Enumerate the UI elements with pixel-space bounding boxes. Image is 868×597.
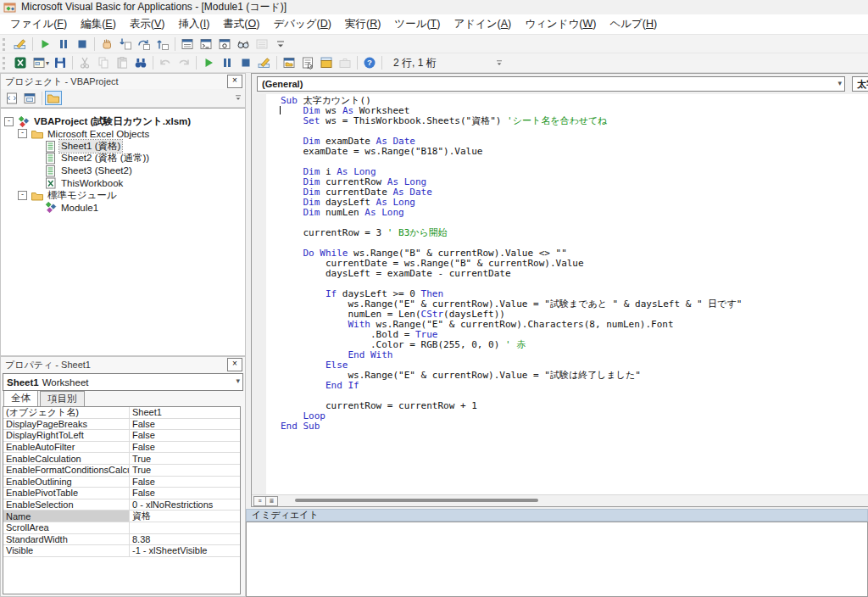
- full-module-view-button[interactable]: ≣: [265, 496, 278, 506]
- break-icon[interactable]: [54, 36, 73, 53]
- property-row[interactable]: EnableOutliningFalse: [3, 477, 240, 488]
- property-value[interactable]: 8.38: [130, 534, 240, 544]
- paste-icon[interactable]: [113, 54, 131, 71]
- toggle-breakpoint-icon[interactable]: [97, 36, 116, 53]
- property-name[interactable]: Name: [3, 511, 130, 522]
- property-row[interactable]: EnableFormatConditionsCalculationTrue: [3, 465, 240, 477]
- locals-window-icon[interactable]: [178, 36, 197, 53]
- toolbar-drag-handle[interactable]: [3, 57, 8, 70]
- copy-icon[interactable]: [94, 54, 113, 71]
- project-explorer-icon[interactable]: [280, 54, 298, 71]
- property-row[interactable]: EnablePivotTableFalse: [3, 488, 240, 499]
- menu-item-r[interactable]: 実行(R): [338, 14, 387, 34]
- property-row[interactable]: DisplayPageBreaksFalse: [3, 419, 240, 431]
- property-value[interactable]: 0 - xlNoRestrictions: [130, 499, 240, 510]
- property-value[interactable]: 資格: [130, 510, 240, 522]
- property-name[interactable]: EnableCalculation: [3, 453, 130, 464]
- object-dropdown[interactable]: (General) ▾: [257, 76, 845, 92]
- property-value[interactable]: False: [130, 430, 240, 440]
- excel-icon[interactable]: [11, 54, 30, 71]
- redo-icon[interactable]: [175, 54, 193, 71]
- property-name[interactable]: (オブジェクト名): [3, 407, 130, 418]
- toolbar-drag-handle[interactable]: [3, 38, 8, 51]
- step-over-icon[interactable]: [135, 36, 153, 53]
- menu-item-f[interactable]: ファイル(F): [3, 14, 74, 34]
- property-value[interactable]: Sheet1: [130, 407, 240, 417]
- property-row[interactable]: EnableCalculationTrue: [3, 453, 240, 465]
- property-value[interactable]: True: [130, 465, 240, 475]
- menu-item-v[interactable]: 表示(V): [123, 14, 172, 34]
- immediate-window-content[interactable]: [246, 522, 868, 597]
- overflow-icon[interactable]: [271, 36, 290, 53]
- tab-categorized[interactable]: 項目別: [40, 391, 85, 407]
- code-editor[interactable]: Sub 太字カウント() Dim ws As Worksheet Set ws …: [252, 94, 868, 495]
- view-code-icon[interactable]: [3, 91, 20, 105]
- menu-item-t[interactable]: ツール(T): [387, 14, 447, 34]
- help-icon[interactable]: ?: [360, 54, 379, 71]
- menu-item-w[interactable]: ウィンドウ(W): [518, 14, 603, 34]
- reset-icon[interactable]: [236, 54, 255, 71]
- property-name[interactable]: EnableAutoFilter: [3, 442, 130, 453]
- tree-item[interactable]: ThisWorkbook: [1, 177, 245, 190]
- immediate-window-icon[interactable]: [197, 36, 215, 53]
- break-icon[interactable]: [218, 54, 236, 71]
- quick-watch-icon[interactable]: [234, 36, 253, 53]
- property-row[interactable]: EnableAutoFilterFalse: [3, 442, 240, 454]
- menu-item-e[interactable]: 編集(E): [74, 14, 123, 34]
- view-object-icon[interactable]: [21, 91, 38, 105]
- reset-icon[interactable]: [73, 36, 92, 53]
- property-name[interactable]: ScrollArea: [3, 522, 130, 533]
- property-name[interactable]: EnableFormatConditionsCalculation: [3, 465, 130, 476]
- call-stack-icon[interactable]: [253, 36, 271, 53]
- procedure-view-button[interactable]: ≡: [253, 496, 266, 506]
- property-row[interactable]: DisplayRightToLeftFalse: [3, 430, 240, 442]
- property-value[interactable]: False: [130, 442, 240, 452]
- object-selector-dropdown[interactable]: Sheet1 Worksheet ▾: [3, 373, 243, 391]
- tree-item[interactable]: -標準モジュール: [1, 189, 245, 202]
- tree-item[interactable]: Sheet1 (資格): [1, 140, 245, 153]
- property-name[interactable]: EnableOutlining: [3, 477, 130, 488]
- tree-expander-icon[interactable]: -: [4, 117, 14, 126]
- step-out-icon[interactable]: [153, 36, 172, 53]
- design-mode-icon[interactable]: [255, 54, 274, 71]
- property-name[interactable]: DisplayRightToLeft: [3, 430, 130, 441]
- design-mode-icon[interactable]: [11, 36, 30, 53]
- undo-icon[interactable]: [156, 54, 175, 71]
- tab-alphabetic[interactable]: 全体: [3, 390, 38, 407]
- run-icon[interactable]: [36, 36, 54, 53]
- property-value[interactable]: False: [130, 419, 240, 429]
- tree-item[interactable]: -Microsoft Excel Objects: [1, 128, 245, 141]
- property-name[interactable]: EnablePivotTable: [3, 488, 130, 499]
- property-row[interactable]: Name資格: [3, 511, 240, 522]
- toggle-folders-icon[interactable]: [45, 91, 62, 105]
- toolbox-icon[interactable]: [336, 54, 354, 71]
- scrollbar-thumb[interactable]: [295, 499, 538, 502]
- close-icon[interactable]: ×: [227, 358, 242, 371]
- property-name[interactable]: EnableSelection: [3, 499, 130, 511]
- toolbar-overflow-icon[interactable]: [494, 56, 504, 70]
- tree-item[interactable]: -VBAProject (試験日カウント.xlsm): [1, 115, 245, 128]
- menu-item-i[interactable]: 挿入(I): [172, 14, 217, 34]
- properties-window-icon[interactable]: [298, 54, 317, 71]
- property-row[interactable]: (オブジェクト名)Sheet1: [3, 407, 240, 419]
- object-browser-icon[interactable]: [317, 54, 336, 71]
- close-icon[interactable]: ×: [227, 75, 242, 88]
- menu-item-h[interactable]: ヘルプ(H): [603, 14, 664, 34]
- watch-window-icon[interactable]: [215, 36, 234, 53]
- tree-expander-icon[interactable]: -: [18, 129, 27, 138]
- menu-item-a[interactable]: アドイン(A): [447, 14, 518, 34]
- horizontal-scrollbar[interactable]: ≡ ≣: [252, 494, 868, 506]
- chevron-down-icon[interactable]: ▾: [46, 59, 49, 67]
- tree-item[interactable]: Module1: [1, 202, 245, 215]
- procedure-dropdown[interactable]: 太字カウント: [852, 76, 868, 92]
- property-row[interactable]: ScrollArea: [3, 522, 240, 534]
- code-margin-strip[interactable]: [252, 94, 266, 495]
- property-name[interactable]: Visible: [3, 545, 130, 556]
- tree-item[interactable]: Sheet2 (資格 (通常)): [1, 153, 245, 165]
- property-row[interactable]: Visible-1 - xlSheetVisible: [3, 545, 240, 557]
- tree-expander-icon[interactable]: -: [18, 191, 27, 200]
- property-value[interactable]: False: [130, 477, 240, 487]
- menu-item-o[interactable]: 書式(O): [216, 14, 266, 34]
- step-into-icon[interactable]: [116, 36, 135, 53]
- property-name[interactable]: DisplayPageBreaks: [3, 419, 130, 430]
